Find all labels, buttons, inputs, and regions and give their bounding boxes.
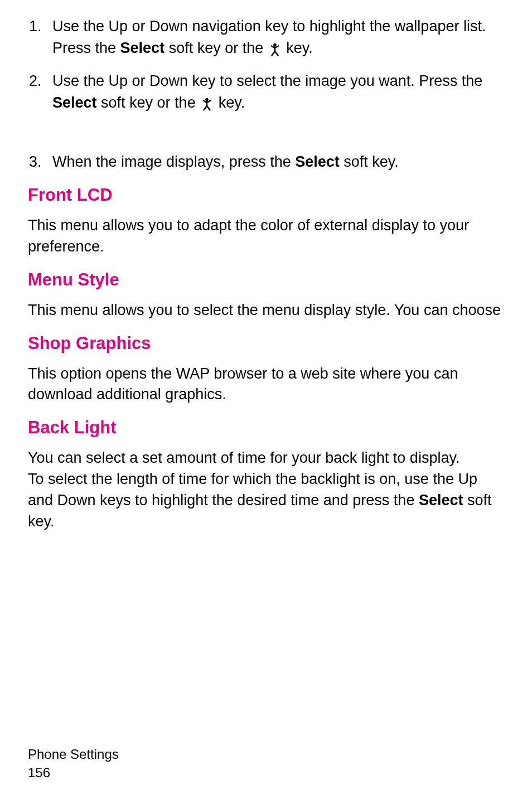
step-text-mid: soft key or the — [165, 40, 268, 56]
svg-line-10 — [204, 106, 207, 110]
spacer — [28, 124, 504, 151]
step-number: 3. — [28, 151, 52, 173]
person-icon — [200, 93, 214, 114]
para-back-light-1: You can select a set amount of time for … — [28, 448, 504, 469]
para-back-light-2: To select the length of time for which t… — [28, 469, 504, 532]
backlight-p2-pre: To select the length of time for which t… — [28, 471, 477, 509]
step-content: Use the Up or Down key to select the ima… — [52, 70, 504, 115]
footer-title: Phone Settings — [28, 745, 119, 764]
step-text-mid: soft key or the — [97, 94, 200, 111]
step-text-post: soft key. — [340, 153, 399, 170]
heading-back-light: Back Light — [28, 418, 504, 438]
heading-menu-style: Menu Style — [28, 270, 504, 290]
step-text-pre: Use the Up or Down key to select the ima… — [52, 72, 482, 89]
svg-line-4 — [272, 51, 275, 56]
svg-point-0 — [273, 43, 277, 47]
heading-front-lcd: Front LCD — [28, 185, 504, 205]
step-3: 3. When the image displays, press the Se… — [28, 151, 504, 173]
svg-line-11 — [207, 106, 210, 110]
step-text-bold: Select — [295, 153, 340, 170]
para-menu-style: This menu allows you to select the menu … — [28, 300, 504, 321]
footer-page: 156 — [28, 763, 119, 782]
step-1: 1. Use the Up or Down navigation key to … — [28, 16, 504, 60]
backlight-p2-bold: Select — [419, 492, 463, 509]
step-number: 1. — [28, 16, 52, 60]
step-2: 2. Use the Up or Down key to select the … — [28, 70, 504, 115]
page-footer: Phone Settings 156 — [28, 745, 119, 782]
step-content: Use the Up or Down navigation key to hig… — [52, 16, 504, 60]
step-text-post: key. — [282, 40, 313, 56]
svg-line-5 — [275, 51, 278, 56]
step-text-bold: Select — [52, 94, 97, 111]
step-content: When the image displays, press the Selec… — [52, 151, 504, 173]
heading-shop-graphics: Shop Graphics — [28, 333, 504, 354]
para-front-lcd: This menu allows you to adapt the color … — [28, 215, 504, 258]
svg-point-6 — [205, 98, 209, 101]
person-icon — [268, 38, 282, 60]
step-number: 2. — [28, 70, 52, 115]
step-text-pre: When the image displays, press the — [52, 153, 295, 170]
step-text-bold: Select — [120, 40, 165, 56]
para-shop-graphics: This option opens the WAP browser to a w… — [28, 364, 504, 406]
step-text-post: key. — [214, 94, 245, 111]
